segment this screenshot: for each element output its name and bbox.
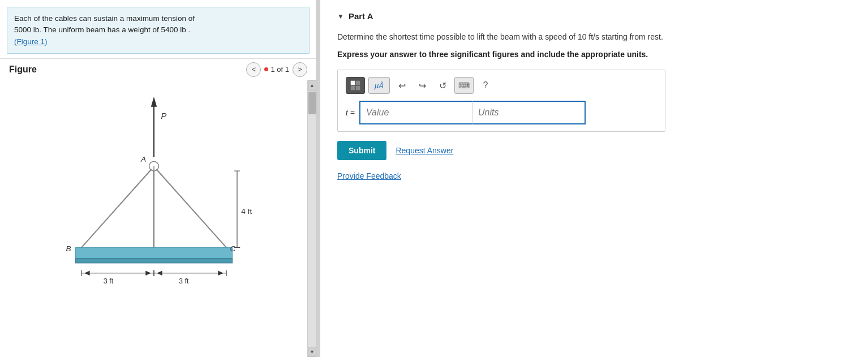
request-answer-button[interactable]: Request Answer (396, 146, 453, 155)
svg-text:A: A (140, 155, 145, 164)
scroll-up-button[interactable]: ▲ (308, 80, 317, 91)
figure-drawing-area: P A B C (0, 80, 307, 357)
keyboard-button[interactable]: ⌨ (454, 77, 474, 94)
svg-text:C: C (230, 244, 235, 253)
matrix-icon (350, 80, 360, 91)
svg-rect-31 (351, 86, 355, 90)
scroll-thumb[interactable] (308, 92, 316, 114)
scroll-down-button[interactable]: ▼ (308, 347, 317, 357)
answer-container: μÅ ↩ ↪ ↺ ⌨ ? t = (337, 70, 665, 132)
svg-text:P: P (161, 111, 166, 121)
problem-text-box: Each of the cables can sustain a maximum… (7, 7, 310, 54)
svg-text:B: B (66, 244, 71, 253)
mu-label: μÅ (375, 81, 384, 90)
input-label: t = (346, 108, 355, 117)
svg-text:3 ft: 3 ft (179, 277, 189, 285)
answer-toolbar: μÅ ↩ ↪ ↺ ⌨ ? (346, 77, 657, 94)
undo-button[interactable]: ↩ (393, 77, 410, 94)
question-instruction: Express your answer to three significant… (337, 49, 851, 61)
right-panel: ▼ Part A Determine the shortest time pos… (320, 0, 868, 357)
help-button[interactable]: ? (477, 77, 494, 94)
figure-svg: P A B C (35, 86, 273, 324)
input-row: t = (346, 101, 657, 124)
units-input[interactable] (472, 101, 586, 124)
part-title: Part A (349, 11, 373, 21)
svg-rect-9 (75, 247, 232, 258)
mu-button[interactable]: μÅ (368, 77, 390, 94)
help-icon: ? (483, 80, 488, 91)
svg-rect-30 (356, 81, 360, 85)
svg-marker-21 (145, 270, 151, 275)
svg-rect-10 (75, 258, 232, 263)
undo-icon: ↩ (398, 80, 406, 91)
redo-icon: ↪ (419, 80, 426, 91)
provide-feedback-button[interactable]: Provide Feedback (337, 171, 401, 180)
submit-button[interactable]: Submit (337, 141, 386, 160)
svg-marker-1 (151, 97, 157, 107)
action-row: Submit Request Answer (337, 141, 851, 160)
nav-dot (264, 67, 268, 71)
refresh-button[interactable]: ↺ (434, 77, 451, 94)
matrix-button[interactable] (346, 77, 365, 94)
left-panel: Each of the cables can sustain a maximum… (0, 0, 317, 357)
svg-line-8 (156, 169, 226, 248)
svg-line-7 (81, 169, 151, 248)
problem-text-line1: Each of the cables can sustain a maximum… (14, 14, 195, 23)
figure-page-count: 1 of 1 (270, 65, 289, 74)
problem-text-line2: 5000 lb. The uniform beam has a weight o… (14, 25, 190, 34)
value-input[interactable] (359, 101, 472, 124)
refresh-icon: ↺ (439, 80, 446, 91)
figure-label: Figure (9, 64, 37, 75)
svg-rect-29 (351, 81, 355, 85)
figure-nav-indicator: 1 of 1 (264, 65, 289, 74)
keyboard-icon: ⌨ (458, 81, 470, 90)
figure-nav: < 1 of 1 > (246, 62, 307, 77)
svg-text:4 ft: 4 ft (241, 207, 252, 216)
svg-marker-26 (157, 270, 162, 275)
svg-rect-32 (356, 86, 360, 90)
part-chevron-icon: ▼ (337, 12, 344, 20)
part-header: ▼ Part A (337, 11, 851, 21)
question-text: Determine the shortest time possible to … (337, 31, 851, 43)
svg-text:3 ft: 3 ft (103, 277, 113, 285)
svg-marker-20 (84, 270, 89, 275)
figure-content-area: P A B C (0, 80, 316, 357)
prev-figure-button[interactable]: < (246, 62, 261, 77)
svg-marker-27 (218, 270, 223, 275)
scrollbar-track: ▲ ▼ (307, 80, 316, 357)
figure-header: Figure < 1 of 1 > (0, 58, 316, 80)
redo-button[interactable]: ↪ (414, 77, 431, 94)
figure-link[interactable]: (Figure 1) (14, 37, 48, 46)
next-figure-button[interactable]: > (293, 62, 307, 77)
